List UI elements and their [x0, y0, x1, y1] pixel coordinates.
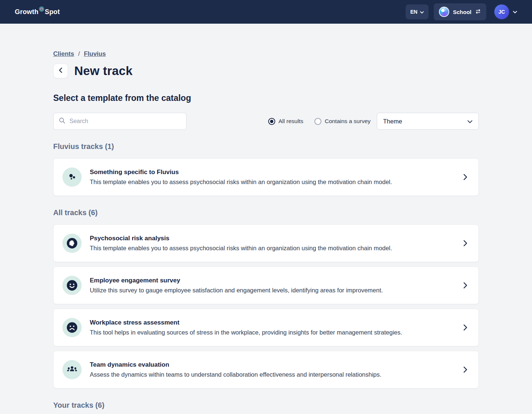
breadcrumb-link-fluvius[interactable]: Fluvius — [84, 50, 106, 57]
chevron-right-icon — [463, 366, 467, 373]
chevron-right-icon — [463, 324, 467, 331]
card-title: Workplace stress assessment — [90, 319, 455, 326]
filter-radio[interactable]: Contains a survey — [314, 118, 371, 125]
workspace-switcher-button[interactable]: School — [434, 3, 486, 20]
template-card[interactable]: Psychosocial risk analysis This template… — [53, 224, 479, 262]
stressed-face-icon — [62, 318, 82, 337]
brand-spark-icon — [39, 6, 44, 14]
card-description: This tool helps in evaluating sources of… — [90, 329, 455, 336]
workspace-label: School — [453, 9, 471, 15]
radio-icon — [314, 118, 321, 125]
template-card[interactable]: Something specific to Fluvius This templ… — [53, 158, 479, 196]
user-menu[interactable]: JC — [494, 4, 517, 19]
title-row: New track — [53, 64, 479, 78]
navbar: Growth Spot EN School — [0, 0, 532, 24]
language-button[interactable]: EN — [406, 4, 429, 19]
chevron-left-icon — [59, 67, 62, 75]
track-section: All tracks (6) Psychosocial risk analysi… — [53, 208, 479, 388]
chevron-right-icon — [463, 240, 467, 247]
section-heading: All tracks (6) — [53, 208, 479, 217]
brand-logo[interactable]: Growth Spot — [15, 8, 60, 16]
language-label: EN — [410, 9, 417, 15]
section-cards: Psychosocial risk analysis This template… — [53, 224, 479, 388]
search-input[interactable] — [69, 118, 181, 125]
brand-text-left: Growth — [15, 8, 38, 16]
card-body: Team dynamics evaluation Assess the dyna… — [90, 361, 455, 378]
result-filters: All results Contains a survey — [268, 118, 371, 125]
brand-text-right: Spot — [45, 8, 60, 16]
card-title: Something specific to Fluvius — [90, 169, 455, 176]
navbar-actions: EN School JC — [406, 3, 517, 20]
breadcrumb-link-clients[interactable]: Clients — [53, 50, 74, 57]
card-description: Assess the dynamics within teams to unde… — [90, 371, 455, 378]
filter-label: Contains a survey — [325, 118, 371, 125]
back-button[interactable] — [53, 64, 68, 78]
section-heading: Your tracks (6) — [53, 401, 479, 410]
chevron-down-icon — [513, 9, 517, 15]
chevron-down-icon — [420, 9, 424, 15]
mind-icon — [62, 234, 82, 253]
workspace-avatar — [439, 7, 449, 17]
sections: Fluvius tracks (1) Something specific to… — [53, 142, 479, 414]
card-description: This template enables you to assess psyc… — [90, 179, 455, 186]
switch-arrows-icon — [475, 9, 481, 15]
chevron-right-icon — [463, 282, 467, 289]
search-icon — [59, 117, 65, 125]
radio-icon — [268, 118, 275, 125]
card-title: Psychosocial risk analysis — [90, 235, 455, 242]
catalog-heading: Select a template from the catalog — [53, 93, 479, 103]
chevron-right-icon — [463, 174, 467, 180]
happy-face-icon — [62, 276, 82, 295]
template-card[interactable]: Team dynamics evaluation Assess the dyna… — [53, 351, 479, 388]
main-content: Clients / Fluvius New track Select a tem… — [0, 24, 532, 414]
team-icon — [62, 360, 82, 379]
card-description: This template enables you to assess psyc… — [90, 245, 455, 252]
section-cards: Something specific to Fluvius This templ… — [53, 158, 479, 196]
card-body: Employee engagement survey Utilize this … — [90, 277, 455, 294]
track-section: Fluvius tracks (1) Something specific to… — [53, 142, 479, 196]
track-section: Your tracks (6) Psychosocial risk analys… — [53, 401, 479, 414]
filter-label: All results — [279, 118, 303, 125]
card-description: Utilize this survey to gauge employee sa… — [90, 287, 455, 294]
breadcrumb: Clients / Fluvius — [53, 50, 479, 58]
theme-select[interactable]: Theme — [377, 113, 479, 130]
page-title: New track — [74, 64, 133, 78]
chevron-down-icon — [467, 118, 473, 125]
template-card[interactable]: Employee engagement survey Utilize this … — [53, 267, 479, 304]
card-title: Employee engagement survey — [90, 277, 455, 284]
template-card[interactable]: Workplace stress assessment This tool he… — [53, 309, 479, 346]
card-title: Team dynamics evaluation — [90, 361, 455, 369]
catalog-toolbar: All results Contains a survey Theme — [53, 113, 479, 130]
card-body: Psychosocial risk analysis This template… — [90, 235, 455, 252]
filter-radio[interactable]: All results — [268, 118, 303, 125]
search-box — [53, 113, 187, 130]
dots-cluster-icon — [62, 167, 82, 187]
card-body: Something specific to Fluvius This templ… — [90, 169, 455, 186]
breadcrumb-separator: / — [78, 50, 80, 57]
card-body: Workplace stress assessment This tool he… — [90, 319, 455, 336]
theme-select-value: Theme — [383, 118, 402, 125]
section-heading: Fluvius tracks (1) — [53, 142, 479, 151]
user-avatar[interactable]: JC — [494, 4, 509, 19]
